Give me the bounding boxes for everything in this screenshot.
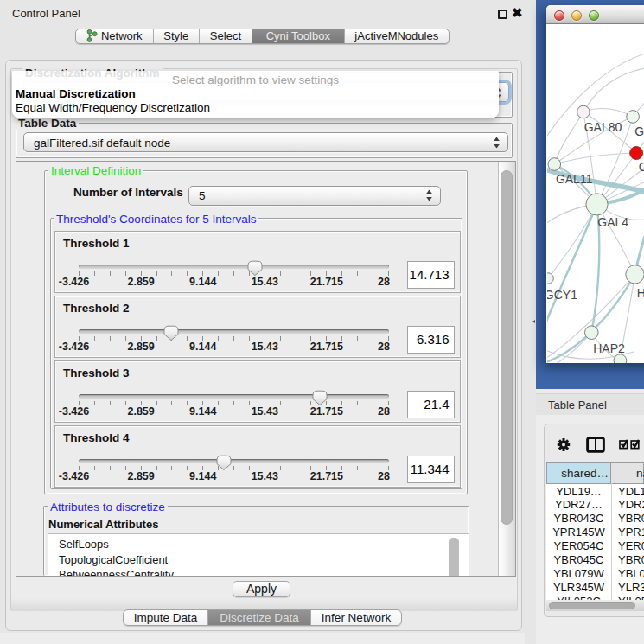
svg-text:GAL80: GAL80 — [584, 119, 622, 133]
svg-text:H: H — [637, 286, 644, 300]
svg-text:C: C — [639, 159, 644, 173]
svg-text:GCY1: GCY1 — [547, 287, 577, 301]
svg-text:HAP2: HAP2 — [593, 341, 625, 354]
svg-text:GAL11: GAL11 — [556, 172, 593, 186]
svg-text:GAL4: GAL4 — [597, 215, 628, 229]
svg-text:G.: G. — [634, 124, 644, 138]
